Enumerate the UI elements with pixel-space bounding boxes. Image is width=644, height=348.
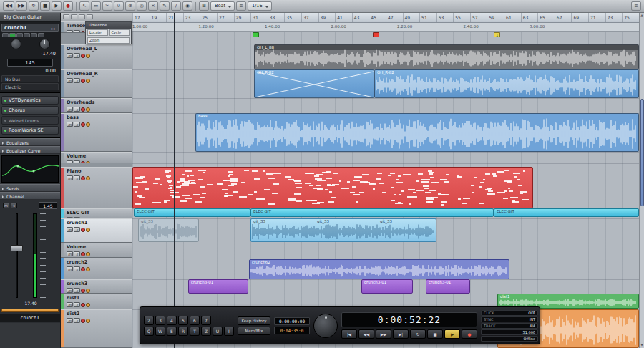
mute-button[interactable]: m	[67, 53, 73, 58]
solo-button[interactable]: s	[74, 266, 80, 271]
range-tool-icon[interactable]: ▭	[91, 1, 101, 11]
split-tool-icon[interactable]: ✂	[102, 1, 112, 11]
volume-automation-line[interactable]	[132, 251, 639, 251]
mute-button[interactable]: m	[67, 227, 73, 232]
solo-button[interactable]: s	[74, 251, 80, 256]
solo-button[interactable]: s	[74, 302, 80, 307]
cycle-icon[interactable]: ↻	[29, 1, 39, 11]
mute-button[interactable]: m	[67, 122, 73, 127]
monitor-button[interactable]	[86, 267, 90, 271]
audio-event-elec-git-1[interactable]: ELEC GIT	[134, 208, 250, 217]
track-row[interactable]: Volume m s	[61, 243, 132, 258]
fader-handle[interactable]	[11, 245, 23, 251]
track-row[interactable]: dist2 m s	[61, 309, 132, 348]
cycle-button[interactable]: ↻	[410, 329, 426, 339]
mini-button[interactable]	[24, 33, 30, 37]
mute-button[interactable]: m	[67, 318, 73, 323]
goto-end-button[interactable]: ▶|	[393, 329, 409, 339]
play-icon[interactable]: ▶	[52, 1, 62, 11]
solo-button[interactable]: s	[74, 318, 80, 323]
audio-event-crunch62[interactable]: crunch62	[249, 259, 509, 279]
output-routing[interactable]: Electric	[1, 83, 59, 90]
record-arm-button[interactable]	[81, 303, 85, 307]
track-row[interactable]: Piano m s	[61, 167, 132, 208]
track-row[interactable]: Overhead_R m s	[61, 69, 132, 98]
pad-key[interactable]: U	[213, 327, 223, 336]
track-name-field[interactable]: crunch1 ◂ ▸	[1, 24, 59, 32]
solo-button[interactable]: s	[74, 175, 80, 180]
play-button[interactable]: ▶	[444, 329, 460, 339]
mute-button[interactable]: m	[67, 107, 73, 112]
snap-icon[interactable]: ⊞	[199, 1, 209, 11]
zoom-tool-icon[interactable]: ◎	[137, 1, 147, 11]
audio-event-git33-muted[interactable]: git_33	[138, 218, 199, 242]
record-button[interactable]: ●	[462, 329, 477, 339]
quantize-select[interactable]: 1/16	[248, 1, 272, 11]
pad-key[interactable]: 3	[155, 316, 165, 325]
track-row[interactable]: ELEC GIT m s	[61, 208, 132, 218]
track-row[interactable]: crunch3 m s	[61, 279, 132, 294]
status-row[interactable]: SYNC INT	[481, 316, 538, 322]
audio-event-crunch3-1[interactable]: crunch3-01	[188, 279, 248, 294]
pad-key[interactable]: 5	[178, 316, 188, 325]
timecode-cycle-option[interactable]: Cycle	[109, 29, 130, 36]
insert-slot-2[interactable]: Chorus	[1, 106, 59, 115]
mini-button[interactable]	[38, 33, 44, 37]
record-arm-button[interactable]	[81, 122, 85, 127]
pad-key[interactable]: Z	[201, 327, 211, 336]
section-header-channel[interactable]: Channel	[0, 192, 60, 200]
status-row[interactable]: Offline	[481, 336, 538, 342]
mute-button[interactable]: m	[67, 288, 73, 293]
monitor-button[interactable]	[86, 289, 90, 293]
jog-wheel[interactable]	[313, 314, 338, 338]
draw-tool-icon[interactable]: ✎	[160, 1, 170, 11]
rewind-button[interactable]: ◀◀	[358, 329, 374, 339]
time-ruler[interactable]: 1:00:001:20:001:40:002:00:002:20:002:40:…	[132, 23, 639, 32]
track-row[interactable]: bass m s	[61, 113, 132, 152]
channel-display[interactable]: 145	[7, 59, 53, 67]
section-header-equalizer-curve[interactable]: Equalizer Curve	[0, 146, 60, 154]
audio-event-elec-git-3[interactable]: ELEC GIT	[494, 208, 639, 217]
playhead-cursor[interactable]	[174, 13, 175, 348]
status-row[interactable]: 51.000	[481, 329, 538, 335]
record-arm-button[interactable]	[81, 176, 85, 180]
fader-value[interactable]: 1.45	[39, 202, 57, 209]
snap-type-select[interactable]: Beat	[210, 1, 235, 11]
record-arm-button[interactable]	[81, 161, 85, 164]
solo-button[interactable]: s	[74, 107, 80, 112]
pad-key[interactable]: 2	[144, 316, 154, 325]
pad-key[interactable]: E	[167, 327, 177, 336]
status-row[interactable]: TRACK 4/4	[481, 323, 538, 329]
monitor-button[interactable]	[86, 252, 90, 256]
timecode-zoom-option[interactable]: Zoom	[87, 37, 130, 44]
solo-button[interactable]: s	[74, 53, 80, 58]
primary-time-display[interactable]: 0:00:52:22	[341, 312, 477, 327]
audio-event-crunch3-2[interactable]: crunch3-01	[361, 279, 413, 294]
monitor-button[interactable]	[86, 107, 90, 112]
secondary-time-display[interactable]: 0:00:00:00	[274, 317, 310, 325]
scroll-down-icon[interactable]: ▼	[640, 342, 644, 348]
pad-key[interactable]: 6	[190, 316, 200, 325]
monitor-button[interactable]	[86, 176, 90, 180]
pad-key[interactable]: 7	[201, 316, 211, 325]
monitor-button[interactable]	[86, 303, 90, 307]
track-row[interactable]: Overhead_L m s	[61, 44, 132, 69]
mute-button[interactable]: m	[67, 251, 73, 256]
record-arm-button[interactable]	[81, 107, 85, 112]
pan-knob[interactable]	[39, 39, 50, 49]
vertical-scrollbar[interactable]: ▲ ▼	[639, 13, 644, 348]
midi-event-piano[interactable]	[132, 167, 533, 208]
pad-key[interactable]: W	[155, 327, 165, 336]
mem-mix-button[interactable]: Mem/Mix	[238, 327, 270, 335]
mute-tool-icon[interactable]: ×	[148, 1, 158, 11]
record-arm-button[interactable]	[81, 267, 85, 271]
monitor-button[interactable]	[86, 79, 90, 83]
track-row[interactable]: Volume m s	[61, 152, 132, 163]
rewind-icon[interactable]: ◀◀	[3, 1, 14, 11]
solo-button[interactable]: s	[74, 288, 80, 293]
glue-tool-icon[interactable]: ∪	[114, 1, 124, 11]
record-icon[interactable]: ●	[63, 1, 73, 11]
mini-button[interactable]	[9, 33, 16, 37]
timecode-locate-option[interactable]: Locate	[87, 29, 108, 36]
track-row[interactable]: crunch1 m s	[61, 218, 132, 243]
